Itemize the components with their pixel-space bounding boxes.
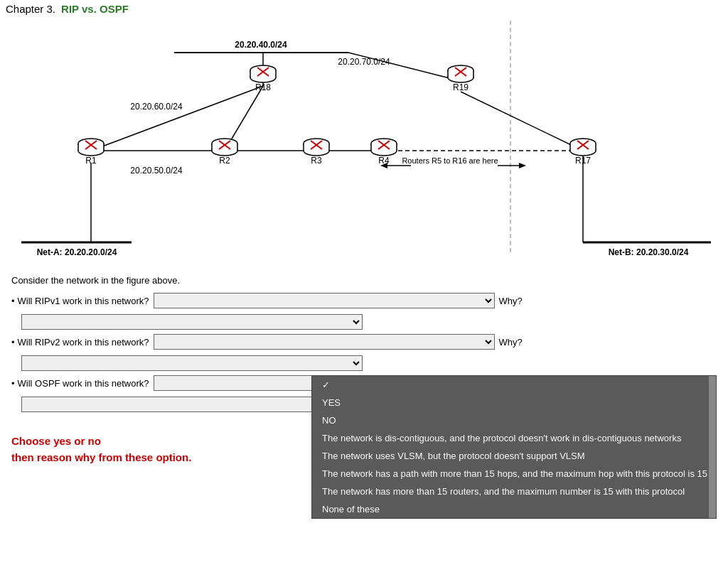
bullet-2: •: [11, 337, 15, 348]
diagram-svg: Routers R5 to R16 are here 20.20.40.0/24…: [0, 21, 728, 269]
router-r3: R3: [304, 139, 329, 166]
bullet-1: •: [11, 296, 15, 306]
dropdown-item-opt2[interactable]: The network uses VLSM, but the protocol …: [312, 447, 716, 465]
dropdown-item-yes[interactable]: YES: [312, 394, 716, 411]
router-r18: R18: [250, 65, 276, 92]
q3-label: Will OSPF work in this network?: [18, 378, 149, 389]
svg-text:R4: R4: [378, 156, 390, 166]
q1-row: • Will RIPv1 work in this network? Yes N…: [11, 293, 717, 308]
dropdown-item-opt5[interactable]: None of these: [312, 500, 716, 518]
q1-reason-row: The network is dis-contiguous, and the p…: [11, 313, 717, 330]
q2-label: Will RIPv2 work in this network?: [18, 337, 149, 348]
q2-reason-select[interactable]: The network is dis-contiguous, and the p…: [21, 355, 363, 371]
svg-marker-18: [519, 163, 526, 168]
dropdown-item-opt1[interactable]: The network is dis-contiguous, and the p…: [312, 429, 716, 447]
router-r1: R1: [78, 139, 104, 166]
consider-text: Consider the network in the figure above…: [11, 275, 717, 286]
net-b-label: Net-B: 20.20.30.0/24: [609, 247, 689, 257]
router-r2: R2: [212, 139, 237, 166]
q2-reason-row: The network is dis-contiguous, and the p…: [11, 354, 717, 371]
net-70-label: 20.20.70.0/24: [338, 57, 390, 67]
svg-text:R19: R19: [453, 82, 469, 92]
router-r4: R4: [371, 139, 397, 166]
dropdown-item-opt4[interactable]: The network has more than 15 routers, an…: [312, 483, 716, 500]
svg-text:R17: R17: [575, 156, 591, 166]
router-r19: R19: [448, 65, 473, 92]
scrollbar[interactable]: [709, 376, 716, 518]
svg-line-14: [461, 92, 583, 151]
dropdown-item-checked[interactable]: ✓: [312, 376, 716, 394]
routers-label: Routers R5 to R16 are here: [402, 156, 498, 165]
net-40-label: 20.20.40.0/24: [235, 40, 287, 50]
page-header: Chapter 3. RIP vs. OSPF: [0, 0, 728, 18]
q2-row: • Will RIPv2 work in this network? Yes N…: [11, 334, 717, 350]
check-mark-icon: ✓: [322, 379, 330, 390]
q2-yesno-select[interactable]: Yes No: [154, 334, 495, 350]
chapter-subtitle: RIP vs. OSPF: [61, 3, 129, 15]
dropdown-overlay: ✓ YES NO The network is dis-contiguous, …: [311, 375, 717, 519]
router-r17: R17: [570, 139, 596, 166]
q2-why-label: Why?: [499, 337, 523, 348]
net-60-label: 20.20.60.0/24: [130, 102, 183, 112]
net-a-label: Net-A: 20.20.20.0/24: [37, 247, 117, 257]
chapter-title: Chapter 3.: [6, 3, 55, 15]
svg-text:R1: R1: [85, 156, 97, 166]
dropdown-item-opt3[interactable]: The network has a path with more than 15…: [312, 465, 716, 483]
svg-text:R3: R3: [311, 156, 322, 166]
q1-yesno-select[interactable]: Yes No: [154, 293, 495, 308]
dropdown-item-no[interactable]: NO: [312, 411, 716, 429]
q1-reason-select[interactable]: The network is dis-contiguous, and the p…: [21, 314, 363, 330]
bullet-3: •: [11, 378, 15, 389]
q1-label: Will RIPv1 work in this network?: [18, 296, 149, 306]
svg-text:R2: R2: [219, 156, 230, 166]
network-diagram: Routers R5 to R16 are here 20.20.40.0/24…: [0, 21, 728, 269]
svg-line-10: [91, 86, 263, 151]
svg-text:R18: R18: [255, 82, 271, 92]
net-50-label: 20.20.50.0/24: [130, 166, 183, 176]
q1-why-label: Why?: [499, 296, 523, 306]
